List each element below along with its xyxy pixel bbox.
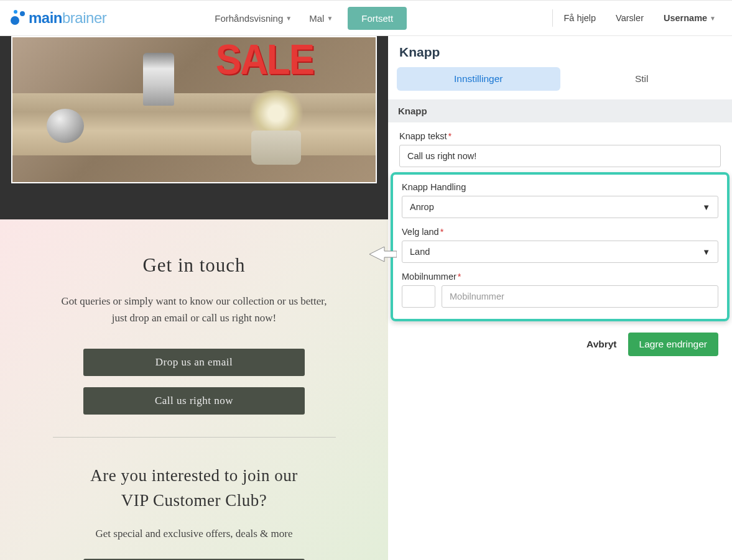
mobile-prefix-input[interactable] [402, 285, 435, 308]
nav-preview-label: Forhåndsvisning [215, 13, 283, 24]
action-select[interactable]: Anrop ▼ [402, 196, 718, 218]
mobile-row [402, 285, 718, 308]
chevron-down-icon: ▼ [285, 15, 292, 22]
email-button[interactable]: Drop us an email [83, 349, 305, 376]
contact-paragraph: Got queries or simply want to know our c… [0, 293, 388, 326]
contact-section: Get in touch Got queries or simply want … [0, 219, 388, 560]
call-button[interactable]: Call us right now [83, 387, 305, 415]
username-label: Username [664, 13, 707, 23]
vip-paragraph: Get special and exclusive offers, deals … [0, 528, 388, 540]
cancel-button[interactable]: Avbryt [586, 339, 617, 350]
action-highlight-box: Knapp Handling Anrop ▼ Velg land* Land ▼… [391, 172, 730, 321]
top-bar: mainbrainer Forhåndsvisning ▼ Mal ▼ Fort… [0, 0, 732, 36]
nav-template-label: Mal [309, 13, 324, 24]
logo-text: mainbrainer [29, 9, 106, 27]
separator [552, 9, 553, 27]
panel-title: Knapp [388, 36, 732, 67]
preview-canvas: SALE Get in touch Got queries or simply … [0, 36, 388, 560]
country-select-value: Land [410, 247, 430, 257]
action-select-value: Anrop [410, 202, 434, 212]
chevron-down-icon: ▼ [702, 203, 710, 212]
country-select[interactable]: Land ▼ [402, 241, 718, 263]
tab-style[interactable]: Stil [560, 67, 724, 91]
mobile-label: Mobilnummer* [402, 272, 718, 282]
divider [53, 437, 336, 438]
nav-preview[interactable]: Forhåndsvisning ▼ [206, 8, 300, 29]
action-label: Knapp Handling [402, 182, 718, 192]
section-subheader: Knapp [388, 99, 732, 122]
callout-arrow-icon [369, 246, 397, 263]
button-text-input[interactable] [399, 145, 721, 167]
help-link[interactable]: Få hjelp [554, 8, 606, 28]
svg-marker-0 [369, 247, 397, 262]
panel-tabs: Innstillinger Stil [388, 67, 732, 91]
continue-button[interactable]: Fortsett [348, 7, 407, 30]
contact-title: Get in touch [0, 254, 388, 277]
save-button[interactable]: Lagre endringer [628, 333, 718, 356]
settings-panel: Knapp Innstillinger Stil Knapp Knapp tek… [388, 36, 732, 560]
mobile-number-input[interactable] [442, 285, 718, 308]
user-menu[interactable]: Username ▼ [654, 8, 726, 28]
nav-template[interactable]: Mal ▼ [300, 8, 341, 29]
logo[interactable]: mainbrainer [6, 9, 106, 27]
hero-image: SALE [11, 36, 377, 183]
top-right: Få hjelp Varsler Username ▼ [551, 8, 726, 28]
panel-actions: Avbryt Lagre endringer [388, 321, 732, 356]
country-label: Velg land* [402, 227, 718, 237]
button-text-field: Knapp tekst* [388, 122, 732, 167]
alerts-link[interactable]: Varsler [606, 8, 654, 28]
tab-settings[interactable]: Innstillinger [397, 67, 560, 91]
logo-icon [6, 9, 26, 27]
button-text-label: Knapp tekst* [399, 131, 721, 141]
vip-title: Are you interested to join our VIP Custo… [0, 464, 388, 512]
sale-text: SALE [216, 36, 313, 84]
chevron-down-icon: ▼ [327, 15, 333, 22]
chevron-down-icon: ▼ [710, 15, 716, 22]
top-nav: Forhåndsvisning ▼ Mal ▼ Fortsett [206, 7, 407, 30]
chevron-down-icon: ▼ [702, 247, 710, 257]
